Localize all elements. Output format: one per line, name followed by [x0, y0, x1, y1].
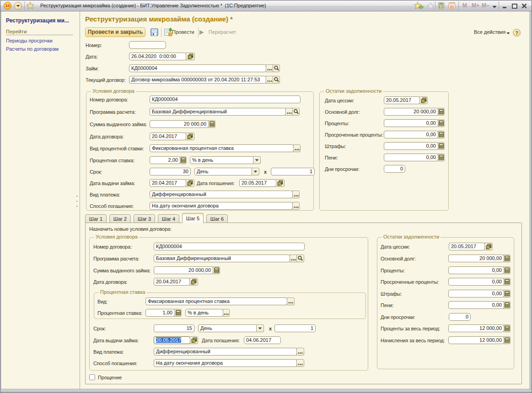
svg-text:31: 31 [450, 5, 454, 9]
